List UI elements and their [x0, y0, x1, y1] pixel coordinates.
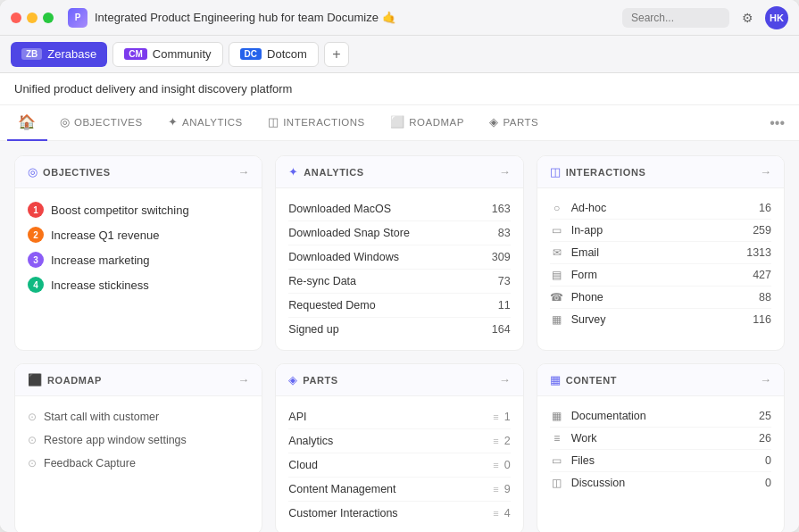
parts-right-4: ≡ 4	[493, 507, 510, 520]
interaction-left-2: ✉ Email	[550, 246, 599, 259]
analytics-card-body: Downloaded MacOS 163 Downloaded Snap Sto…	[276, 188, 522, 350]
nav-tab-home[interactable]: 🏠	[7, 105, 47, 141]
parts-lines-4: ≡	[493, 508, 498, 519]
parts-count-2: 0	[504, 459, 511, 471]
content-label-1: Work	[571, 432, 597, 445]
table-row: Requested Demo 11	[288, 294, 510, 318]
objectives-card: ◎ OBJECTIVES → 1 Boost competitor switch…	[14, 155, 262, 351]
table-row: ▭ Files 0	[550, 450, 771, 472]
subtitle-bar: Unified product delivery and insight dis…	[0, 73, 799, 105]
minimize-button[interactable]	[27, 12, 37, 23]
parts-lines-0: ≡	[493, 411, 498, 422]
roadmap-arrow-icon[interactable]: →	[237, 373, 249, 387]
interaction-label-1: In-app	[571, 224, 603, 237]
analytics-label-1: Downloaded Snap Store	[288, 227, 410, 239]
obj-num-4: 4	[28, 277, 44, 293]
list-item: ⊙ Start call with customer	[28, 405, 249, 428]
adhoc-icon: ○	[550, 202, 564, 214]
nav-tab-interactions-label: INTERACTIONS	[283, 117, 365, 128]
add-tab-button[interactable]: +	[324, 42, 349, 67]
table-row: ☎ Phone 88	[550, 287, 771, 309]
interactions-arrow-icon[interactable]: →	[760, 165, 771, 179]
objectives-card-title: OBJECTIVES	[43, 167, 232, 178]
table-row: Re-sync Data 73	[288, 270, 510, 294]
avatar[interactable]: HK	[765, 6, 788, 29]
content-label-2: Files	[571, 454, 595, 467]
nav-more-button[interactable]: •••	[762, 115, 792, 131]
obj-label-2: Increase Q1 revenue	[51, 229, 159, 242]
title-bar-right: ⚙ HK	[622, 6, 788, 29]
content-label-0: Documentation	[571, 410, 646, 422]
interaction-left-5: ▦ Survey	[550, 313, 606, 326]
roadmap-item-icon-2: ⊙	[28, 457, 37, 470]
tab-cm-label: Community	[153, 47, 212, 61]
work-icon: ≡	[550, 432, 564, 445]
tab-zerabase[interactable]: ZB Zerabase	[11, 42, 107, 67]
table-row: ◫ Discussion 0	[550, 472, 771, 494]
parts-lines-1: ≡	[493, 436, 498, 446]
content-left-3: ◫ Discussion	[550, 477, 625, 489]
tab-dc-badge: DC	[240, 48, 262, 60]
analytics-count-1: 83	[498, 227, 511, 239]
interactions-card-title: INTERACTIONS	[566, 167, 754, 178]
nav-tab-roadmap-label: ROADMAP	[409, 117, 464, 128]
analytics-label-4: Requested Demo	[288, 299, 375, 312]
content-count-3: 0	[765, 477, 771, 489]
parts-right-0: ≡ 1	[493, 411, 510, 423]
obj-num-2: 2	[28, 227, 44, 243]
table-row: Cloud ≡ 0	[288, 453, 510, 478]
subtitle-text: Unified product delivery and insight dis…	[14, 82, 292, 96]
parts-label-0: API	[288, 411, 306, 423]
analytics-nav-icon: ✦	[168, 115, 179, 129]
table-row: API ≡ 1	[288, 405, 510, 429]
content-card: ▦ CONTENT → ▦ Documentation 25 ≡	[537, 363, 785, 532]
table-row: ✉ Email 1313	[550, 242, 771, 264]
analytics-count-2: 309	[492, 251, 511, 263]
table-row: Downloaded Windows 309	[288, 245, 510, 270]
list-item: 3 Increase marketing	[28, 247, 249, 272]
list-item: ⊙ Restore app window settings	[28, 428, 249, 452]
objectives-card-body: 1 Boost competitor switching 2 Increase …	[15, 188, 262, 350]
window-title: Integrated Product Engineering hub for t…	[95, 11, 615, 24]
main-content: ◎ OBJECTIVES → 1 Boost competitor switch…	[0, 141, 799, 532]
list-item: 2 Increase Q1 revenue	[28, 222, 249, 247]
nav-tab-parts[interactable]: ◈ PARTS	[477, 105, 551, 141]
parts-right-3: ≡ 9	[493, 483, 510, 495]
analytics-arrow-icon[interactable]: →	[499, 165, 511, 179]
parts-card-body: API ≡ 1 Analytics ≡ 2 Cl	[276, 396, 522, 532]
search-input[interactable]	[622, 8, 729, 28]
table-row: ▤ Form 427	[550, 264, 771, 287]
interactions-card: ◫ INTERACTIONS → ○ Ad-hoc 16 ▭	[537, 155, 785, 351]
table-row: Downloaded MacOS 163	[288, 197, 510, 221]
parts-card: ◈ PARTS → API ≡ 1 Analytics	[275, 363, 523, 532]
settings-icon[interactable]: ⚙	[737, 7, 758, 29]
nav-tab-objectives[interactable]: ◎ OBJECTIVES	[47, 105, 155, 141]
nav-tab-parts-label: PARTS	[503, 117, 538, 128]
list-item: 4 Increase stickiness	[28, 272, 249, 297]
nav-tab-analytics[interactable]: ✦ ANALYTICS	[155, 105, 255, 141]
traffic-lights	[11, 12, 54, 23]
interaction-count-3: 427	[753, 269, 771, 281]
obj-num-3: 3	[28, 252, 44, 268]
objectives-card-icon: ◎	[28, 165, 37, 179]
analytics-card-header: ✦ ANALYTICS →	[276, 156, 522, 188]
obj-label-1: Boost competitor switching	[51, 204, 189, 217]
tab-community[interactable]: CM Community	[112, 42, 222, 67]
nav-tab-interactions[interactable]: ◫ INTERACTIONS	[255, 105, 378, 141]
maximize-button[interactable]	[43, 12, 54, 23]
content-label-3: Discussion	[571, 477, 625, 489]
objectives-arrow-icon[interactable]: →	[237, 165, 249, 179]
nav-tab-roadmap[interactable]: ⬜ ROADMAP	[378, 105, 477, 141]
parts-nav-icon: ◈	[489, 115, 499, 129]
content-card-icon: ▦	[550, 373, 561, 387]
interactions-card-body: ○ Ad-hoc 16 ▭ In-app 259	[537, 188, 784, 350]
table-row: Content Management ≡ 9	[288, 478, 510, 502]
parts-count-0: 1	[504, 411, 511, 423]
close-button[interactable]	[11, 12, 21, 23]
tab-dotcom[interactable]: DC Dotcom	[229, 42, 319, 67]
parts-right-2: ≡ 0	[493, 459, 510, 471]
cards-grid: ◎ OBJECTIVES → 1 Boost competitor switch…	[14, 155, 785, 532]
parts-arrow-icon[interactable]: →	[499, 373, 511, 387]
content-arrow-icon[interactable]: →	[760, 373, 771, 387]
roadmap-item-label-2: Feedback Capture	[44, 457, 136, 470]
